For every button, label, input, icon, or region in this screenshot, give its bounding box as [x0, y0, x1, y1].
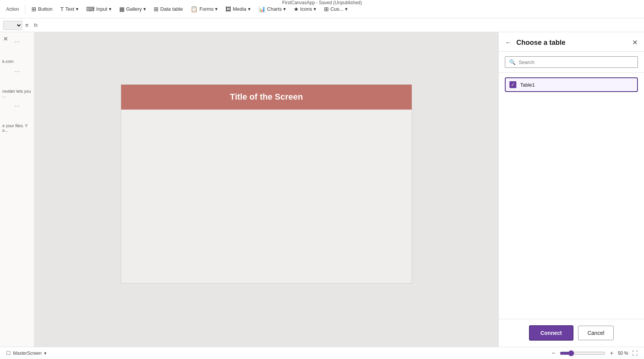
search-box[interactable]: 🔍 — [505, 56, 638, 68]
panel-search-area: 🔍 — [499, 52, 644, 73]
toolbar-gallery-item[interactable]: ▦ Gallery ▾ — [116, 4, 149, 14]
panel-back-button[interactable]: ← — [505, 39, 512, 47]
sidebar-item-2: rovider lets you ... — [2, 87, 33, 100]
toolbar-charts-item[interactable]: 📊 Charts ▾ — [255, 4, 289, 14]
icons-icon: ★ — [294, 6, 299, 13]
input-icon: ⌨ — [86, 6, 95, 13]
toolbar: Action ⊞ Button T Text ▾ ⌨ Input ▾ ▦ Gal… — [0, 0, 644, 18]
screen-title-text: Title of the Screen — [230, 92, 303, 102]
zoom-in-button[interactable]: + — [608, 350, 616, 357]
toolbar-icons-label: Icons — [300, 6, 312, 12]
toolbar-sep-1 — [25, 5, 25, 14]
toolbar-datatable-item[interactable]: ⊞ Data table — [151, 4, 186, 14]
canvas-screen[interactable]: Title of the Screen — [121, 84, 412, 284]
media-chevron-icon: ▾ — [248, 6, 251, 12]
choose-table-panel: ← Choose a table ✕ 🔍 ✓ Table1 Connect Ca… — [498, 32, 644, 347]
text-chevron-icon: ▾ — [76, 6, 79, 12]
zoom-controls: − + 50 % ⛶ — [550, 350, 638, 357]
search-icon: 🔍 — [509, 59, 516, 65]
connect-button[interactable]: Connect — [529, 325, 573, 341]
text-icon: T — [60, 6, 64, 12]
toolbar-custom-item[interactable]: ⊞ Cus... ▾ — [321, 4, 351, 14]
panel-header: ← Choose a table ✕ — [499, 32, 644, 52]
media-icon: 🖼 — [225, 6, 231, 12]
toolbar-forms-label: Forms — [199, 6, 214, 12]
table-item-table1[interactable]: ✓ Table1 — [505, 77, 638, 92]
sidebar-dots-3[interactable]: ··· — [2, 103, 33, 110]
toolbar-text-label: Text — [65, 6, 74, 12]
toolbar-charts-label: Charts — [267, 6, 282, 12]
toolbar-input-label: Input — [96, 6, 107, 12]
datatable-icon: ⊞ — [154, 6, 159, 13]
screen-dropdown-icon[interactable]: ▾ — [44, 351, 46, 356]
input-chevron-icon: ▾ — [109, 6, 112, 12]
toolbar-icons-item[interactable]: ★ Icons ▾ — [291, 4, 319, 14]
toolbar-input-item[interactable]: ⌨ Input ▾ — [83, 4, 115, 14]
panel-close-button[interactable]: ✕ — [632, 38, 638, 47]
toolbar-gallery-label: Gallery — [126, 6, 142, 12]
toolbar-text-item[interactable]: T Text ▾ — [57, 4, 82, 14]
icons-chevron-icon: ▾ — [314, 6, 316, 12]
toolbar-forms-item[interactable]: 📋 Forms ▾ — [187, 4, 221, 14]
panel-title: Choose a table — [516, 39, 628, 47]
screen-name: MasterScreen — [13, 351, 42, 356]
charts-chevron-icon: ▾ — [283, 6, 286, 12]
gallery-icon: ▦ — [119, 6, 125, 13]
sidebar-item-3: e your files. Yo... — [2, 122, 33, 134]
forms-icon: 📋 — [191, 6, 198, 13]
toolbar-custom-label: Cus... — [330, 6, 343, 12]
table-list: ✓ Table1 — [499, 73, 644, 319]
status-screen: ☐ MasterScreen ▾ — [6, 350, 46, 356]
toolbar-datatable-label: Data table — [160, 6, 183, 12]
left-sidebar: ✕ ··· k.com ··· rovider lets you ... ···… — [0, 32, 34, 347]
panel-footer: Connect Cancel — [499, 319, 644, 347]
search-input[interactable] — [519, 59, 634, 65]
zoom-slider[interactable] — [560, 350, 606, 356]
custom-chevron-icon: ▾ — [345, 6, 348, 12]
custom-icon: ⊞ — [324, 6, 329, 13]
cancel-button[interactable]: Cancel — [578, 326, 614, 340]
screen-body[interactable] — [121, 110, 412, 283]
equals-sign: = — [25, 22, 28, 28]
table-checkbox-table1[interactable]: ✓ — [509, 81, 516, 88]
gallery-chevron-icon: ▾ — [143, 6, 146, 12]
screen-title-bar: Title of the Screen — [121, 85, 412, 110]
toolbar-button-item[interactable]: ⊞ Button — [28, 4, 56, 14]
zoom-out-button[interactable]: − — [550, 350, 557, 357]
screen-checkbox[interactable]: ☐ — [6, 350, 11, 356]
fullscreen-button[interactable]: ⛶ — [632, 350, 638, 356]
zoom-level: 50 % — [618, 351, 628, 356]
charts-icon: 📊 — [258, 6, 266, 13]
sidebar-dots-2[interactable]: ··· — [2, 68, 33, 75]
toolbar-media-item[interactable]: 🖼 Media ▾ — [222, 4, 253, 14]
canvas-area[interactable]: Title of the Screen — [34, 32, 498, 347]
forms-chevron-icon: ▾ — [215, 6, 218, 12]
sidebar-close-button[interactable]: ✕ — [3, 35, 8, 43]
toolbar-button-label: Button — [38, 6, 53, 12]
status-bar: ☐ MasterScreen ▾ − + 50 % ⛶ — [0, 347, 644, 359]
table-item-name-table1: Table1 — [520, 82, 535, 88]
main-area: ✕ ··· k.com ··· rovider lets you ... ···… — [0, 32, 644, 347]
fx-button[interactable]: fx — [31, 21, 40, 29]
formula-bar: = fx Background.Fill — [0, 18, 644, 32]
toolbar-media-label: Media — [233, 6, 246, 12]
action-label: Action — [3, 7, 22, 12]
sidebar-item-1: k.com — [2, 57, 33, 65]
button-icon: ⊞ — [31, 6, 36, 13]
formula-input[interactable]: Background.Fill — [43, 21, 641, 30]
property-selector[interactable] — [3, 21, 22, 30]
